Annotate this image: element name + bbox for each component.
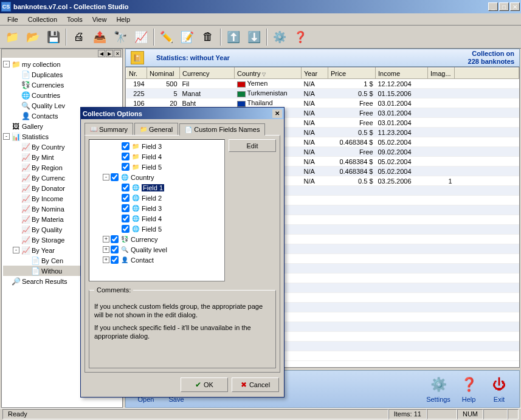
field-checkbox[interactable] (122, 204, 129, 212)
tree-item[interactable]: 📄Duplicates (3, 69, 121, 80)
flag-icon (237, 81, 246, 88)
down-icon[interactable]: ⬇️ (244, 27, 264, 47)
field-checkbox[interactable] (122, 153, 129, 160)
column-header[interactable]: Nominal (147, 68, 180, 79)
fields-tree[interactable]: 📁Field 3📁Field 4📁Field 5-🌐Country🌐Field … (89, 139, 225, 281)
field-checkbox[interactable] (111, 256, 119, 264)
tree-right-icon[interactable]: ▶ (106, 50, 113, 57)
field-item[interactable]: 🌐Field 5 (91, 224, 223, 234)
field-checkbox[interactable] (111, 246, 119, 253)
exit-button[interactable]: ⏻Exit (484, 375, 514, 403)
delete-icon[interactable]: 🗑 (198, 27, 218, 47)
flag-icon (237, 91, 246, 97)
settings-button[interactable]: ⚙️Settings (423, 375, 454, 403)
export-icon[interactable]: 📤 (90, 27, 109, 47)
field-label: Field 3 (142, 205, 162, 212)
gear-icon: ⚙️ (429, 375, 448, 394)
field-item[interactable]: 🌐Field 4 (91, 213, 223, 224)
expand-icon[interactable]: + (103, 236, 109, 243)
expand-icon[interactable]: - (3, 61, 10, 67)
field-label: Field 3 (142, 143, 162, 150)
expand-icon[interactable]: + (103, 256, 109, 263)
field-item[interactable]: 📁Field 5 (91, 162, 223, 172)
table-row[interactable]: 2255ManatTurkmenistanN/A0.5 $01.15.2006 (126, 89, 519, 98)
up-icon[interactable]: ⬆️ (224, 27, 243, 47)
column-header[interactable] (455, 68, 519, 79)
column-header[interactable]: Imag... (428, 68, 455, 79)
chart-icon[interactable]: 📈 (131, 27, 151, 47)
field-item[interactable]: +👤Contact (91, 255, 223, 265)
field-item[interactable]: 📁Field 4 (91, 151, 223, 162)
column-header[interactable]: Income (376, 68, 428, 79)
minimize-button[interactable]: _ (488, 2, 498, 11)
print-icon[interactable]: 🖨 (69, 27, 89, 47)
copy-icon[interactable]: 📝 (178, 27, 197, 47)
status-ready: Ready (2, 409, 388, 419)
open-icon[interactable]: 📂 (23, 27, 43, 47)
field-checkbox[interactable] (122, 215, 129, 222)
tree-item-label: Currencies (32, 81, 64, 89)
field-item[interactable]: -🌐Country (91, 172, 223, 182)
tree-item[interactable]: -📁my collection (3, 59, 121, 69)
tab-custom-fields[interactable]: 📄Custom Fields Names (179, 123, 265, 136)
expand-icon[interactable]: - (13, 247, 19, 253)
column-header[interactable]: Currency (180, 68, 235, 79)
tree-close-icon[interactable]: ✕ (114, 50, 121, 57)
table-row[interactable]: 194500FilYemenN/A1 $12.12.2004 (126, 79, 519, 89)
window-title: banknotes.v7.col - Collection Studio (13, 3, 488, 10)
maximize-button[interactable]: □ (499, 2, 509, 11)
field-checkbox[interactable] (122, 184, 129, 191)
expand-icon[interactable]: + (103, 246, 109, 253)
menu-help[interactable]: Help (111, 15, 135, 24)
new-icon[interactable]: 📁 (2, 27, 22, 47)
node-icon: 📈 (21, 153, 30, 162)
tree-item[interactable]: 🌐Countries (3, 90, 121, 100)
field-checkbox[interactable] (111, 173, 119, 181)
menu-tools[interactable]: Tools (62, 15, 88, 24)
field-checkbox[interactable] (122, 142, 129, 150)
menu-file[interactable]: File (2, 15, 23, 24)
expand-icon[interactable]: - (3, 133, 10, 140)
tab-summary[interactable]: 📖Summary (85, 123, 133, 135)
ok-button[interactable]: ✔OK (181, 377, 228, 392)
column-header[interactable]: Country (235, 68, 302, 79)
field-icon: 🌐 (131, 225, 140, 233)
field-checkbox[interactable] (122, 225, 129, 233)
column-header[interactable]: Year (302, 68, 328, 79)
field-item[interactable]: +💱Currency (91, 234, 223, 244)
field-item[interactable]: 🌐Field 2 (91, 193, 223, 203)
comments-box: Comments: If you uncheck custom fields g… (89, 286, 276, 368)
tab-general[interactable]: 📁General (134, 123, 178, 135)
node-icon: 📈 (21, 142, 30, 152)
column-header[interactable]: Nr. (126, 68, 147, 79)
column-header[interactable]: Price (328, 68, 376, 79)
expand-icon[interactable]: - (103, 174, 109, 181)
field-checkbox[interactable] (111, 235, 119, 243)
tree-item-label: Withou (41, 267, 62, 275)
field-item[interactable]: 🌐Field 1 (91, 182, 223, 193)
check-icon: ✔ (195, 380, 201, 389)
field-item[interactable]: 📁Field 3 (91, 141, 223, 151)
field-checkbox[interactable] (122, 163, 129, 171)
field-item[interactable]: 🌐Field 3 (91, 203, 223, 213)
settings-icon[interactable]: ⚙️ (270, 27, 289, 47)
field-checkbox[interactable] (122, 194, 129, 202)
help-icon[interactable]: ❓ (291, 27, 310, 47)
menu-collection[interactable]: Collection (23, 15, 62, 24)
toolbar: 📁 📂 💾 🖨 📤 🔭 📈 ✏️ 📝 🗑 ⬆️ ⬇️ ⚙️ ❓ (0, 26, 521, 49)
help-button[interactable]: ❓Help (454, 375, 484, 403)
find-icon[interactable]: 🔭 (111, 27, 130, 47)
tree-item-label: Contacts (32, 112, 58, 120)
tree-left-icon[interactable]: ◀ (98, 50, 105, 57)
save-icon[interactable]: 💾 (44, 27, 63, 47)
tree-item[interactable]: 💱Currencies (3, 80, 121, 90)
dialog-titlebar[interactable]: Collection Options ✕ (81, 108, 284, 119)
tree-item-label: By Cen (41, 257, 63, 264)
cancel-button[interactable]: ✖Cancel (232, 377, 279, 392)
edit-icon[interactable]: ✏️ (157, 27, 176, 47)
dialog-close-icon[interactable]: ✕ (272, 109, 282, 118)
close-button[interactable]: ✕ (510, 2, 520, 11)
field-item[interactable]: +🔍Quality level (91, 244, 223, 255)
menu-view[interactable]: View (88, 15, 112, 24)
edit-button[interactable]: Edit (229, 139, 276, 152)
